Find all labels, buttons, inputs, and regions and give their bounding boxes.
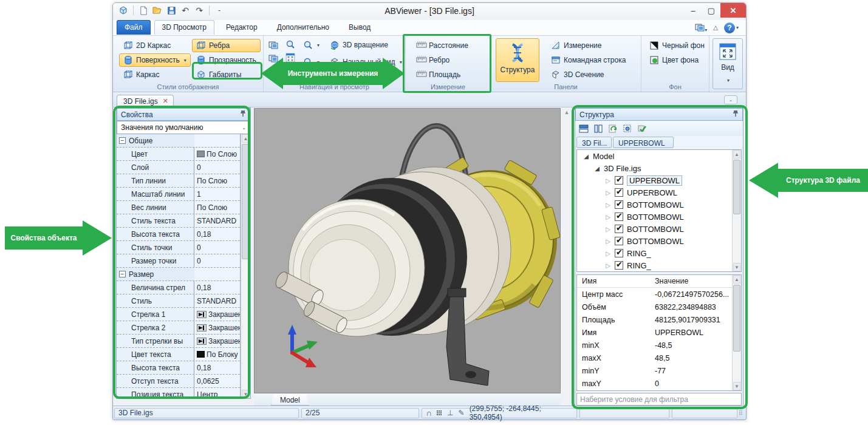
maximize-button[interactable]: ▢ xyxy=(702,3,720,18)
properties-scrollbar[interactable]: ▲ ▼ xyxy=(241,134,250,398)
table-row[interactable]: minZ-48,5 xyxy=(577,390,741,391)
expander-icon[interactable]: ▷ xyxy=(605,226,611,233)
property-value[interactable]: По Слою xyxy=(194,201,240,214)
scroll-down-icon[interactable]: ▼ xyxy=(242,390,250,398)
scroll-up-icon[interactable]: ▲ xyxy=(563,109,570,115)
button-measurement-panel[interactable]: Измерение xyxy=(547,39,630,52)
button-edges[interactable]: Ребра xyxy=(192,39,261,52)
tree-item-label[interactable]: UPPERBOWL xyxy=(627,188,677,197)
collapse-ribbon-icon[interactable]: △ xyxy=(713,24,718,31)
checkbox[interactable] xyxy=(615,249,623,257)
strip-expand-icon[interactable]: ⌄ xyxy=(724,95,737,104)
preset-dropdown[interactable]: Значения по умолчанию ⌄ xyxy=(117,121,250,134)
zoom-out-button[interactable]: ▾ xyxy=(301,55,321,69)
tree-item-label[interactable]: RING_ xyxy=(627,249,651,258)
tree-item[interactable]: ▷BOTTOMBOWL xyxy=(577,199,741,211)
table-row[interactable]: maxX48,5 xyxy=(577,352,741,364)
selection-view-icon[interactable] xyxy=(623,124,632,134)
button-wireframe[interactable]: Каркас xyxy=(119,68,191,81)
tree-item[interactable]: ▷UPPERBOWL xyxy=(577,186,741,199)
tree-item[interactable]: ▷BOTTOMBOWL xyxy=(577,211,741,223)
property-value[interactable]: STANDARD xyxy=(194,294,240,307)
tree-item-label[interactable]: BOTTOMBOWL xyxy=(627,212,684,222)
property-row[interactable]: Позиция текстаЦентр xyxy=(117,388,240,398)
resize-grip[interactable]: ⠿ xyxy=(739,410,743,416)
tree-item-label[interactable]: RING_ xyxy=(627,261,651,270)
property-value[interactable]: 0,18 xyxy=(194,361,240,374)
scroll-up-icon[interactable]: ▲ xyxy=(733,275,740,284)
property-row[interactable]: Величина стрел0,18 xyxy=(117,281,240,294)
pan-icon[interactable] xyxy=(268,53,278,63)
filter-input[interactable] xyxy=(576,393,742,406)
expander-icon[interactable]: ▷ xyxy=(605,262,611,269)
tree-item-label[interactable]: BOTTOMBOWL xyxy=(627,225,684,234)
property-row[interactable]: Стиль точки0 xyxy=(117,241,240,254)
table-row[interactable]: maxY0 xyxy=(577,377,741,390)
property-row[interactable]: Размер точки0 xyxy=(117,254,240,268)
property-row[interactable]: Отступ текста0,0625 xyxy=(117,375,240,388)
model-sheet-tab[interactable]: Model xyxy=(271,394,309,406)
button-initial-view[interactable]: Начальный вид▾ xyxy=(326,55,406,69)
expander-icon[interactable]: ▷ xyxy=(605,214,611,220)
scroll-up-icon[interactable]: ▲ xyxy=(242,134,250,143)
property-row[interactable]: Слой0 xyxy=(117,161,240,174)
tree-item[interactable]: ▷BOTTOMBOWL xyxy=(577,223,741,235)
tree-item[interactable]: ▷BOTTOMBOWL xyxy=(577,235,741,247)
tree-item[interactable]: ▷COVER_ xyxy=(577,271,741,272)
pin-icon[interactable] xyxy=(240,110,246,119)
help-button[interactable]: ?▾ xyxy=(724,22,739,33)
checkbox[interactable] xyxy=(615,261,623,270)
refresh-icon[interactable] xyxy=(608,124,618,134)
zoom-in-button[interactable]: ▾ xyxy=(301,38,321,52)
property-value[interactable]: По Слою xyxy=(194,148,240,160)
table-row[interactable]: Площадь48125,9017909331 xyxy=(577,313,741,326)
button-surface[interactable]: Поверхность▾ xyxy=(119,53,191,67)
button-background-color[interactable]: Цвет фона xyxy=(645,53,709,67)
tab-advanced[interactable]: Дополнительно xyxy=(269,20,337,35)
3d-viewport[interactable] xyxy=(254,108,561,393)
ortho-mode-icon[interactable]: ⊥ xyxy=(447,409,453,417)
property-row[interactable]: Тип линииПо Слою xyxy=(117,174,240,188)
window-switch-icon[interactable]: ▾ xyxy=(695,22,707,33)
property-group-row[interactable]: −Размер xyxy=(117,268,240,281)
checkbox[interactable] xyxy=(615,225,623,233)
button-command-line[interactable]: Командная строка xyxy=(547,53,630,67)
tree-scrollbar[interactable]: ▲ ▼ xyxy=(732,150,741,271)
pin-icon[interactable] xyxy=(733,110,739,119)
collapse-icon[interactable]: − xyxy=(119,271,126,277)
button-3d-rotation[interactable]: 3D вращение xyxy=(326,38,406,52)
property-value[interactable]: 0 xyxy=(194,241,240,254)
expander-icon[interactable]: ◢ xyxy=(583,153,589,160)
checkbox[interactable] xyxy=(615,176,623,185)
expander-icon[interactable]: ◢ xyxy=(594,165,600,172)
checkbox[interactable] xyxy=(615,188,623,197)
property-value[interactable]: 0,18 xyxy=(194,281,240,294)
property-value[interactable]: Закрашен xyxy=(194,308,240,321)
expander-icon[interactable]: ▷ xyxy=(605,202,611,208)
minimize-button[interactable]: – xyxy=(684,3,702,18)
table-row[interactable]: minY-77 xyxy=(577,364,741,377)
zoom-window-icon[interactable] xyxy=(285,39,295,49)
property-row[interactable]: Стрелка 1Закрашен xyxy=(117,308,240,321)
document-tab[interactable]: 3D File.igs✕ xyxy=(117,95,174,107)
expander-icon[interactable]: ▷ xyxy=(605,238,611,245)
expander-icon[interactable]: ▷ xyxy=(605,250,611,257)
tree-item-label[interactable]: BOTTOMBOWL xyxy=(627,200,684,209)
tree-item-label[interactable]: BOTTOMBOWL xyxy=(627,237,684,246)
table-row[interactable]: minX-48,5 xyxy=(577,339,741,352)
property-value[interactable]: 0,0625 xyxy=(194,375,240,387)
draw-mode-icon[interactable]: ✎ xyxy=(459,409,465,417)
button-structure[interactable]: Структура xyxy=(496,38,539,82)
property-row[interactable]: Тип стрелки выЗакрашен xyxy=(117,335,240,348)
tab-output[interactable]: Вывод xyxy=(341,20,378,35)
scroll-down-icon[interactable]: ▼ xyxy=(733,382,740,390)
table-scrollbar[interactable]: ▲ ▼ xyxy=(732,275,741,390)
property-value[interactable]: STANDARD xyxy=(194,214,240,227)
spline-mode-icon[interactable]: ∩ xyxy=(426,408,432,418)
tree-item[interactable]: ▷RING_ xyxy=(577,259,741,271)
property-value[interactable]: Закрашен xyxy=(194,335,240,347)
button-dimensions[interactable]: Габариты xyxy=(192,68,261,81)
tree-item-label[interactable]: UPPERBOWL xyxy=(627,175,682,186)
property-row[interactable]: Стрелка 2Закрашен xyxy=(117,321,240,335)
property-row[interactable]: Стиль текстаSTANDARD xyxy=(117,214,240,228)
